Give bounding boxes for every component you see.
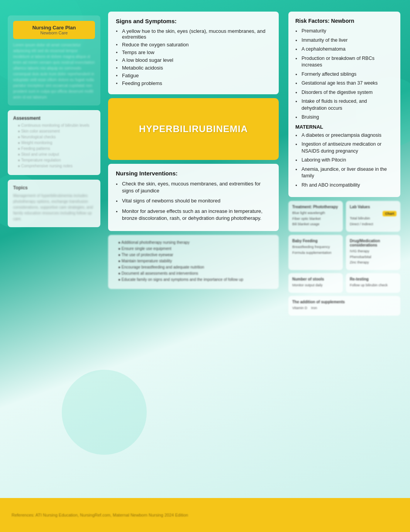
signs-symptoms-list: A yellow hue to the skin, eyes (sclera),…: [116, 28, 271, 86]
list-item: ● Ensure single use equipment: [114, 246, 273, 251]
list-item: Intake of fluids is reduced, and dehydra…: [295, 98, 393, 112]
lab-values-title: Lab Values: [350, 205, 396, 209]
list-item: ● Skin color assessment: [13, 129, 95, 133]
drug-card: Drug/Medication considerations IVIG ther…: [346, 235, 400, 270]
list-item: Check the skin, eyes, mucous membranes, …: [116, 180, 271, 194]
lab-item: Direct / Indirect: [350, 222, 396, 227]
retesting-title: Re-testing: [350, 277, 396, 281]
list-item: Feeding problems: [116, 80, 271, 86]
assessment-list: ● Continuous monitoring of bilirubin lev…: [13, 123, 95, 168]
list-item: Disorders of the digestive system: [295, 89, 393, 96]
list-item: ● Encourage breastfeeding and adequate n…: [114, 265, 273, 269]
drug-item: IVIG therapy: [350, 249, 396, 254]
yellow-box-subtitle: Newborn Care: [19, 31, 90, 35]
list-item: Gestational age less than 37 weeks: [295, 80, 393, 87]
list-item: ● Feeding patterns: [13, 146, 95, 151]
lab-values-card: Lab Values Chart Total bilirubin Direct …: [346, 201, 400, 232]
stools-title: Number of stools: [292, 277, 339, 281]
list-item: Production or breakdown of RBCs increase…: [295, 55, 393, 69]
left-bottom-card: Topics Management of hyperbilirubinemia …: [8, 180, 100, 227]
footer-text: References: ATI Nursing Education, Nursi…: [12, 513, 188, 517]
supplements-item: Iron: [311, 306, 317, 311]
nursing-interventions-section: Nursing Interventions: Check the skin, e…: [108, 164, 279, 231]
signs-symptoms-section: Signs and Symptoms: A yellow hue to the …: [108, 12, 279, 94]
list-item: ● Maintain temperature stability: [114, 259, 273, 263]
list-item: Prematurity: [295, 28, 393, 35]
list-item: ● Document all assessments and intervent…: [114, 271, 273, 275]
list-item: ● Educate family on signs and symptoms a…: [114, 277, 273, 282]
list-item: ● The use of protective eyewear: [114, 253, 273, 257]
list-item: Rh and ABO incompatibility: [295, 182, 393, 189]
treatment-item: Blue light wavelength: [292, 211, 339, 216]
nursing-interventions-list: Check the skin, eyes, mucous membranes, …: [116, 180, 271, 222]
list-item: ● Continuous monitoring of bilirubin lev…: [13, 123, 95, 127]
feeding-item: Formula supplementation: [292, 251, 339, 255]
left-top-body: Lorem ipsum dolor sit amet consectetur a…: [13, 42, 95, 100]
supplements-item: Vitamin D: [292, 306, 307, 311]
stools-item: Monitor output daily: [292, 283, 339, 288]
list-item: ● Stool and urine output: [13, 152, 95, 156]
left-middle-card: Assessment ● Continuous monitoring of bi…: [8, 110, 100, 175]
maternal-risk-list: A diabetes or preeclampsia diagnosis Ing…: [295, 132, 393, 189]
retesting-item: Follow up bilirubin check: [350, 283, 396, 288]
list-item: Ingestion of antiseizure medication or N…: [295, 141, 393, 155]
newborn-risk-list: Prematurity Immaturity of the liver A ce…: [295, 28, 393, 121]
list-item: Formerly affected siblings: [295, 71, 393, 78]
treatment-item: Fiber optic blanket: [292, 217, 339, 221]
central-title-box: HYPERBILIRUBINEMIA: [108, 98, 279, 160]
list-item: Anemia, jaundice, or liver disease in th…: [295, 166, 393, 180]
list-item: Metabolic acidosis: [116, 65, 271, 71]
list-item: Immaturity of the liver: [295, 37, 393, 44]
list-item: A low blood sugar level: [116, 57, 271, 63]
risk-factors-heading: Risk Factors: Newborn: [295, 18, 393, 24]
drug-title: Drug/Medication considerations: [350, 239, 396, 247]
drug-item: Zinc therapy: [350, 260, 396, 265]
footer-bar: References: ATI Nursing Education, Nursi…: [0, 498, 410, 532]
main-title: HYPERBILIRUBINEMIA: [139, 124, 248, 134]
assessment-header: Assessment: [13, 116, 95, 121]
supplements-title: The addition of supplements: [292, 300, 396, 304]
feeding-item: Breastfeeding frequency: [292, 245, 339, 250]
risk-factors-section: Risk Factors: Newborn Prematurity Immatu…: [288, 12, 400, 197]
feeding-title: Baby Feeding: [292, 239, 339, 243]
drug-item: Phenobarbital: [350, 255, 396, 260]
blurred-list: ● Additional phototherapy nursing therap…: [114, 240, 273, 282]
list-item: ● Temperature regulation: [13, 158, 95, 162]
left-top-card: Nursing Care Plan Newborn Care Lorem ips…: [8, 15, 100, 105]
list-item: ● Comprehensive nursing notes: [13, 164, 95, 168]
center-column: Signs and Symptoms: A yellow hue to the …: [104, 8, 283, 524]
list-item: Vital signs of newborns should be monito…: [116, 197, 271, 204]
treatment-card: Treatment: Phototherapy Blue light wavel…: [288, 201, 343, 232]
left-column: Nursing Care Plan Newborn Care Lorem ips…: [8, 8, 100, 524]
list-item: Temps are low: [116, 49, 271, 55]
nursing-interventions-heading: Nursing Interventions:: [116, 170, 271, 177]
list-item: ● Additional phototherapy nursing therap…: [114, 240, 273, 245]
list-item: A cephalohematoma: [295, 46, 393, 53]
list-item: Bruising: [295, 114, 393, 121]
baby-feeding-card: Baby Feeding Breastfeeding frequency For…: [288, 235, 343, 270]
supplements-card: The addition of supplements Vitamin D Ir…: [288, 296, 400, 316]
yellow-header-box: Nursing Care Plan Newborn Care: [13, 21, 95, 39]
list-item: Reduce the oxygen saturation: [116, 42, 271, 48]
list-item: ● Weight monitoring: [13, 141, 95, 145]
list-item: Monitor for adverse effects such as an i…: [116, 208, 271, 222]
center-bottom-blurred-card: ● Additional phototherapy nursing therap…: [108, 235, 279, 289]
signs-symptoms-heading: Signs and Symptoms:: [116, 18, 271, 24]
lab-item: Total bilirubin: [350, 216, 396, 221]
retesting-card: Re-testing Follow up bilirubin check: [346, 273, 400, 293]
topics-header: Topics: [13, 185, 95, 190]
list-item: Laboring with Pitocin: [295, 157, 393, 164]
list-item: A yellow hue to the skin, eyes (sclera),…: [116, 28, 271, 40]
right-column: Risk Factors: Newborn Prematurity Immatu…: [286, 8, 402, 524]
list-item: ● Neurological checks: [13, 135, 95, 139]
stools-card: Number of stools Monitor output daily: [288, 273, 343, 293]
list-item: Fatigue: [116, 73, 271, 78]
topics-body: Management of hyperbilirubinemia include…: [13, 193, 95, 222]
list-item: A diabetes or preeclampsia diagnosis: [295, 132, 393, 139]
maternal-label: MATERNAL: [295, 124, 393, 130]
yellow-box-title: Nursing Care Plan: [19, 25, 90, 31]
treatment-item: Bili blanket usage: [292, 222, 339, 227]
treatment-title: Treatment: Phototherapy: [292, 205, 339, 209]
right-bottom-grid: Treatment: Phototherapy Blue light wavel…: [288, 201, 400, 316]
